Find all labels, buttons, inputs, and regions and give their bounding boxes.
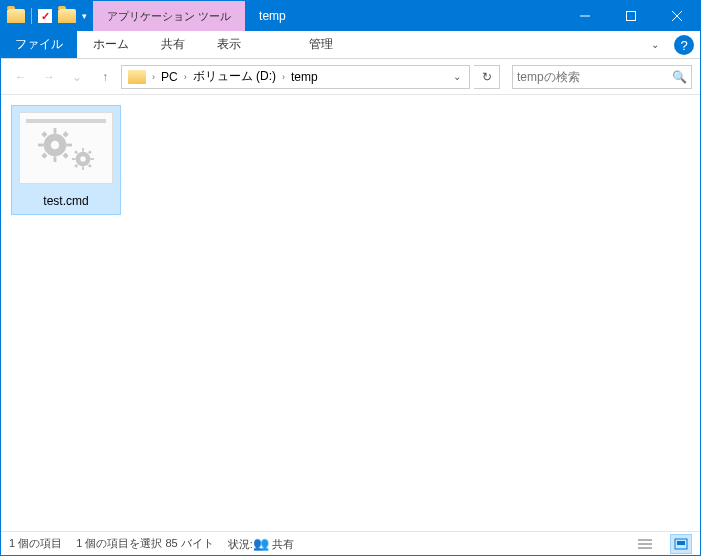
window-controls	[562, 1, 700, 31]
maximize-icon	[626, 11, 636, 21]
status-item-count: 1 個の項目	[9, 536, 62, 551]
chevron-down-icon: ⌄	[453, 71, 461, 82]
tab-view[interactable]: 表示	[201, 31, 257, 58]
svg-rect-1	[627, 12, 636, 21]
file-item[interactable]: test.cmd	[11, 105, 121, 215]
svg-rect-12	[41, 153, 47, 159]
help-button[interactable]: ?	[674, 35, 694, 55]
file-list-pane[interactable]: test.cmd	[1, 95, 700, 531]
title-bar: ✓ ▾ アプリケーション ツール temp	[1, 1, 700, 31]
tab-share[interactable]: 共有	[145, 31, 201, 58]
svg-rect-23	[88, 164, 92, 168]
recent-locations-button[interactable]: ⌄	[65, 65, 89, 89]
back-button[interactable]: ←	[9, 65, 33, 89]
chevron-right-icon[interactable]: ›	[150, 72, 157, 82]
arrow-up-icon: ↑	[102, 70, 108, 84]
svg-rect-18	[72, 158, 76, 160]
arrow-right-icon: →	[43, 70, 55, 84]
quick-access-toolbar: ✓ ▾	[1, 1, 93, 31]
refresh-icon: ↻	[482, 70, 492, 84]
window-title: temp	[245, 1, 562, 31]
svg-rect-16	[82, 148, 84, 152]
search-input[interactable]	[517, 70, 671, 84]
close-button[interactable]	[654, 1, 700, 31]
qat-dropdown-icon[interactable]: ▾	[82, 11, 87, 21]
svg-rect-7	[54, 156, 57, 162]
breadcrumb-item[interactable]: PC	[157, 70, 182, 84]
address-bar[interactable]: › PC › ボリューム (D:) › temp ⌄	[121, 65, 470, 89]
qat-separator	[31, 8, 32, 24]
svg-point-5	[51, 141, 60, 150]
forward-button[interactable]: →	[37, 65, 61, 89]
search-icon[interactable]: 🔍	[671, 70, 687, 84]
svg-rect-8	[38, 144, 44, 147]
file-tab[interactable]: ファイル	[1, 31, 77, 58]
breadcrumb-item[interactable]: ボリューム (D:)	[189, 68, 280, 85]
properties-icon[interactable]: ✓	[38, 9, 52, 23]
address-dropdown-button[interactable]: ⌄	[447, 71, 467, 82]
minimize-button[interactable]	[562, 1, 608, 31]
svg-rect-19	[90, 158, 94, 160]
ribbon-collapse-button[interactable]: ⌄	[642, 31, 668, 58]
svg-rect-13	[63, 153, 69, 159]
tab-home[interactable]: ホーム	[77, 31, 145, 58]
details-view-icon	[638, 538, 652, 550]
file-name-label: test.cmd	[43, 194, 88, 208]
folder-icon	[7, 9, 25, 23]
svg-rect-17	[82, 166, 84, 170]
help-icon: ?	[680, 38, 687, 53]
chevron-down-icon: ⌄	[72, 70, 82, 84]
people-icon: 👥	[253, 536, 269, 551]
folder-icon[interactable]	[58, 9, 76, 23]
search-box[interactable]: 🔍	[512, 65, 692, 89]
minimize-icon	[580, 11, 590, 21]
arrow-left-icon: ←	[15, 70, 27, 84]
maximize-button[interactable]	[608, 1, 654, 31]
large-icons-view-icon	[674, 538, 688, 550]
contextual-tool-tab[interactable]: アプリケーション ツール	[93, 1, 245, 31]
breadcrumb-item[interactable]: temp	[287, 70, 322, 84]
status-state: 状況:👥 共有	[228, 536, 294, 552]
view-large-icons-button[interactable]	[670, 534, 692, 554]
svg-rect-20	[74, 150, 78, 154]
chevron-right-icon[interactable]: ›	[280, 72, 287, 82]
svg-rect-22	[74, 164, 78, 168]
view-details-button[interactable]	[634, 534, 656, 554]
tool-tab-label: アプリケーション ツール	[107, 9, 231, 24]
svg-rect-28	[677, 541, 685, 545]
file-thumbnail	[19, 112, 113, 184]
svg-rect-10	[41, 131, 47, 137]
chevron-right-icon[interactable]: ›	[182, 72, 189, 82]
chevron-down-icon: ⌄	[651, 39, 659, 50]
navigation-bar: ← → ⌄ ↑ › PC › ボリューム (D:) › temp ⌄ ↻ 🔍	[1, 59, 700, 95]
refresh-button[interactable]: ↻	[474, 65, 500, 89]
svg-point-15	[80, 156, 86, 162]
svg-rect-9	[66, 144, 72, 147]
folder-icon	[128, 70, 146, 84]
ribbon-tabs: ファイル ホーム 共有 表示 管理 ⌄ ?	[1, 31, 700, 59]
svg-rect-11	[63, 131, 69, 137]
status-bar: 1 個の項目 1 個の項目を選択 85 バイト 状況:👥 共有	[1, 531, 700, 555]
up-button[interactable]: ↑	[93, 65, 117, 89]
close-icon	[672, 11, 682, 21]
tab-manage[interactable]: 管理	[293, 31, 349, 58]
svg-rect-21	[88, 150, 92, 154]
cmd-gears-icon	[36, 124, 96, 172]
status-selection: 1 個の項目を選択 85 バイト	[76, 536, 214, 551]
svg-rect-6	[54, 128, 57, 134]
